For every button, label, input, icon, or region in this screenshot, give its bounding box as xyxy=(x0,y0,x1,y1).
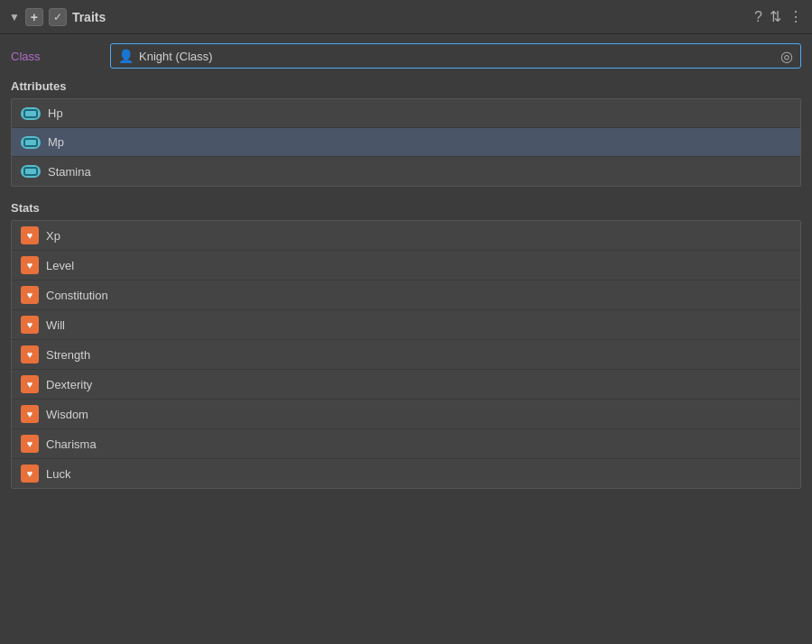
stat-label: Level xyxy=(46,259,74,272)
more-icon[interactable]: ⋮ xyxy=(789,8,803,25)
class-field-text: Knight (Class) xyxy=(139,50,775,63)
class-row: Class 👤 Knight (Class) ◎ xyxy=(11,43,801,69)
link-icon xyxy=(21,136,41,149)
list-item[interactable]: Charisma xyxy=(12,429,800,459)
main-content: Class 👤 Knight (Class) ◎ Attributes HpMp… xyxy=(0,34,812,512)
stat-label: Dexterity xyxy=(46,378,92,391)
link-icon xyxy=(21,165,41,178)
attribute-label: Hp xyxy=(48,106,63,120)
list-item[interactable]: Mp xyxy=(12,128,800,157)
heart-icon xyxy=(21,405,39,423)
stat-label: Xp xyxy=(46,229,60,243)
person-icon: 👤 xyxy=(118,49,134,63)
attribute-label: Mp xyxy=(48,135,64,149)
stat-label: Constitution xyxy=(46,289,108,302)
attributes-list: HpMpStamina xyxy=(11,98,801,187)
add-button[interactable]: + xyxy=(25,8,43,26)
heart-icon xyxy=(21,316,39,334)
list-item[interactable]: Xp xyxy=(12,221,800,251)
stat-label: Wisdom xyxy=(46,408,88,421)
stats-section-label: Stats xyxy=(11,201,801,215)
link-icon xyxy=(21,107,41,120)
heart-icon xyxy=(21,226,39,244)
check-button[interactable]: ✓ xyxy=(49,8,67,26)
stat-label: Charisma xyxy=(46,437,97,451)
header-bar: ▼ + ✓ Traits ? ⇅ ⋮ xyxy=(0,0,812,34)
stats-list: XpLevelConstitutionWillStrengthDexterity… xyxy=(11,220,801,489)
list-item[interactable]: Hp xyxy=(12,99,800,128)
heart-icon xyxy=(21,465,39,483)
collapse-chevron-icon[interactable]: ▼ xyxy=(9,11,20,23)
stat-label: Strength xyxy=(46,348,90,362)
heart-icon xyxy=(21,375,39,393)
header-actions: ? ⇅ ⋮ xyxy=(754,8,803,25)
list-item[interactable]: Wisdom xyxy=(12,400,800,429)
heart-icon xyxy=(21,256,39,274)
attributes-section-label: Attributes xyxy=(11,79,801,93)
panel-title: Traits xyxy=(72,10,749,24)
class-label: Class xyxy=(11,50,101,63)
target-icon[interactable]: ◎ xyxy=(780,48,793,65)
list-item[interactable]: Luck xyxy=(12,459,800,488)
stat-label: Will xyxy=(46,318,65,332)
help-icon[interactable]: ? xyxy=(754,9,762,25)
heart-icon xyxy=(21,286,39,304)
heart-icon xyxy=(21,345,39,363)
list-item[interactable]: Stamina xyxy=(12,157,800,186)
list-item[interactable]: Constitution xyxy=(12,281,800,310)
list-item[interactable]: Dexterity xyxy=(12,370,800,400)
list-item[interactable]: Strength xyxy=(12,340,800,370)
class-field[interactable]: 👤 Knight (Class) ◎ xyxy=(110,43,801,69)
list-item[interactable]: Level xyxy=(12,251,800,281)
heart-icon xyxy=(21,435,39,453)
list-item[interactable]: Will xyxy=(12,310,800,340)
attribute-label: Stamina xyxy=(48,165,91,179)
sliders-icon[interactable]: ⇅ xyxy=(770,8,781,25)
stat-label: Luck xyxy=(46,467,70,481)
